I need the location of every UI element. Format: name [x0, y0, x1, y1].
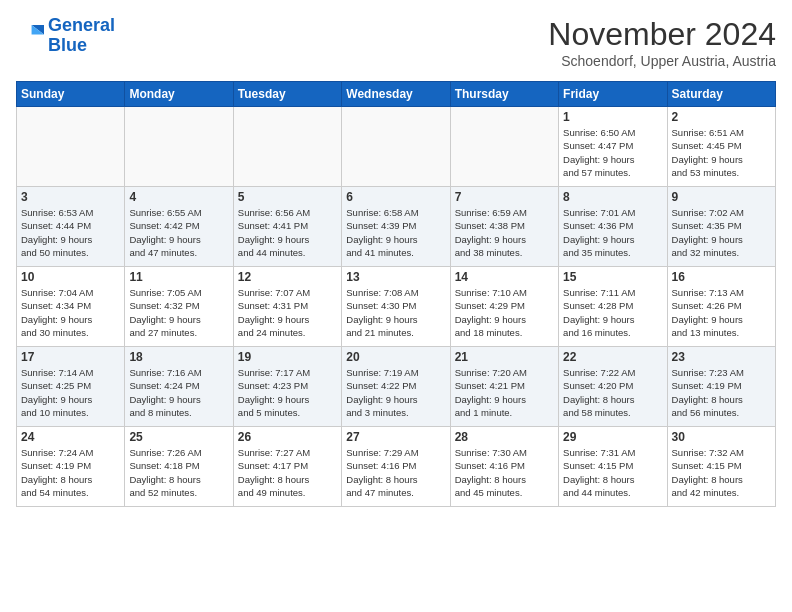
day-info: Sunrise: 7:27 AM Sunset: 4:17 PM Dayligh… [238, 446, 337, 499]
logo-line1: General [48, 15, 115, 35]
day-info: Sunrise: 6:56 AM Sunset: 4:41 PM Dayligh… [238, 206, 337, 259]
day-number: 10 [21, 270, 120, 284]
day-number: 3 [21, 190, 120, 204]
week-row-3: 10Sunrise: 7:04 AM Sunset: 4:34 PM Dayli… [17, 267, 776, 347]
day-cell: 18Sunrise: 7:16 AM Sunset: 4:24 PM Dayli… [125, 347, 233, 427]
weekday-header-friday: Friday [559, 82, 667, 107]
day-number: 22 [563, 350, 662, 364]
day-cell: 9Sunrise: 7:02 AM Sunset: 4:35 PM Daylig… [667, 187, 775, 267]
day-cell: 12Sunrise: 7:07 AM Sunset: 4:31 PM Dayli… [233, 267, 341, 347]
calendar-table: SundayMondayTuesdayWednesdayThursdayFrid… [16, 81, 776, 507]
day-cell: 25Sunrise: 7:26 AM Sunset: 4:18 PM Dayli… [125, 427, 233, 507]
day-cell [233, 107, 341, 187]
day-cell: 21Sunrise: 7:20 AM Sunset: 4:21 PM Dayli… [450, 347, 558, 427]
day-info: Sunrise: 6:53 AM Sunset: 4:44 PM Dayligh… [21, 206, 120, 259]
day-cell: 26Sunrise: 7:27 AM Sunset: 4:17 PM Dayli… [233, 427, 341, 507]
day-info: Sunrise: 7:08 AM Sunset: 4:30 PM Dayligh… [346, 286, 445, 339]
day-number: 25 [129, 430, 228, 444]
day-cell: 15Sunrise: 7:11 AM Sunset: 4:28 PM Dayli… [559, 267, 667, 347]
day-info: Sunrise: 7:29 AM Sunset: 4:16 PM Dayligh… [346, 446, 445, 499]
day-cell: 10Sunrise: 7:04 AM Sunset: 4:34 PM Dayli… [17, 267, 125, 347]
day-number: 4 [129, 190, 228, 204]
day-number: 28 [455, 430, 554, 444]
day-info: Sunrise: 7:17 AM Sunset: 4:23 PM Dayligh… [238, 366, 337, 419]
week-row-1: 1Sunrise: 6:50 AM Sunset: 4:47 PM Daylig… [17, 107, 776, 187]
day-info: Sunrise: 7:16 AM Sunset: 4:24 PM Dayligh… [129, 366, 228, 419]
day-number: 1 [563, 110, 662, 124]
day-cell [125, 107, 233, 187]
week-row-2: 3Sunrise: 6:53 AM Sunset: 4:44 PM Daylig… [17, 187, 776, 267]
day-number: 30 [672, 430, 771, 444]
day-cell: 5Sunrise: 6:56 AM Sunset: 4:41 PM Daylig… [233, 187, 341, 267]
day-info: Sunrise: 6:58 AM Sunset: 4:39 PM Dayligh… [346, 206, 445, 259]
day-cell: 8Sunrise: 7:01 AM Sunset: 4:36 PM Daylig… [559, 187, 667, 267]
day-cell: 4Sunrise: 6:55 AM Sunset: 4:42 PM Daylig… [125, 187, 233, 267]
day-number: 24 [21, 430, 120, 444]
weekday-header-thursday: Thursday [450, 82, 558, 107]
day-cell: 7Sunrise: 6:59 AM Sunset: 4:38 PM Daylig… [450, 187, 558, 267]
day-info: Sunrise: 7:11 AM Sunset: 4:28 PM Dayligh… [563, 286, 662, 339]
weekday-header-saturday: Saturday [667, 82, 775, 107]
logo-line2: Blue [48, 35, 87, 55]
day-info: Sunrise: 7:01 AM Sunset: 4:36 PM Dayligh… [563, 206, 662, 259]
day-cell: 29Sunrise: 7:31 AM Sunset: 4:15 PM Dayli… [559, 427, 667, 507]
day-info: Sunrise: 7:22 AM Sunset: 4:20 PM Dayligh… [563, 366, 662, 419]
day-number: 6 [346, 190, 445, 204]
day-cell: 14Sunrise: 7:10 AM Sunset: 4:29 PM Dayli… [450, 267, 558, 347]
day-info: Sunrise: 6:51 AM Sunset: 4:45 PM Dayligh… [672, 126, 771, 179]
day-number: 15 [563, 270, 662, 284]
day-info: Sunrise: 7:23 AM Sunset: 4:19 PM Dayligh… [672, 366, 771, 419]
day-number: 16 [672, 270, 771, 284]
day-cell: 13Sunrise: 7:08 AM Sunset: 4:30 PM Dayli… [342, 267, 450, 347]
day-number: 8 [563, 190, 662, 204]
day-info: Sunrise: 7:26 AM Sunset: 4:18 PM Dayligh… [129, 446, 228, 499]
page-header: General Blue November 2024 Schoendorf, U… [16, 16, 776, 69]
location-subtitle: Schoendorf, Upper Austria, Austria [548, 53, 776, 69]
day-number: 18 [129, 350, 228, 364]
day-info: Sunrise: 7:13 AM Sunset: 4:26 PM Dayligh… [672, 286, 771, 339]
day-info: Sunrise: 7:32 AM Sunset: 4:15 PM Dayligh… [672, 446, 771, 499]
day-cell: 24Sunrise: 7:24 AM Sunset: 4:19 PM Dayli… [17, 427, 125, 507]
day-info: Sunrise: 7:02 AM Sunset: 4:35 PM Dayligh… [672, 206, 771, 259]
day-info: Sunrise: 7:07 AM Sunset: 4:31 PM Dayligh… [238, 286, 337, 339]
day-cell [450, 107, 558, 187]
day-cell: 30Sunrise: 7:32 AM Sunset: 4:15 PM Dayli… [667, 427, 775, 507]
day-info: Sunrise: 7:20 AM Sunset: 4:21 PM Dayligh… [455, 366, 554, 419]
day-number: 13 [346, 270, 445, 284]
day-cell: 20Sunrise: 7:19 AM Sunset: 4:22 PM Dayli… [342, 347, 450, 427]
day-number: 29 [563, 430, 662, 444]
day-cell: 1Sunrise: 6:50 AM Sunset: 4:47 PM Daylig… [559, 107, 667, 187]
day-number: 21 [455, 350, 554, 364]
day-cell: 6Sunrise: 6:58 AM Sunset: 4:39 PM Daylig… [342, 187, 450, 267]
weekday-header-tuesday: Tuesday [233, 82, 341, 107]
day-number: 12 [238, 270, 337, 284]
day-number: 11 [129, 270, 228, 284]
day-info: Sunrise: 7:14 AM Sunset: 4:25 PM Dayligh… [21, 366, 120, 419]
week-row-4: 17Sunrise: 7:14 AM Sunset: 4:25 PM Dayli… [17, 347, 776, 427]
day-number: 7 [455, 190, 554, 204]
day-info: Sunrise: 7:05 AM Sunset: 4:32 PM Dayligh… [129, 286, 228, 339]
day-cell: 3Sunrise: 6:53 AM Sunset: 4:44 PM Daylig… [17, 187, 125, 267]
weekday-header-monday: Monday [125, 82, 233, 107]
logo-icon [16, 22, 44, 50]
day-cell: 28Sunrise: 7:30 AM Sunset: 4:16 PM Dayli… [450, 427, 558, 507]
weekday-header-wednesday: Wednesday [342, 82, 450, 107]
calendar-header-row: SundayMondayTuesdayWednesdayThursdayFrid… [17, 82, 776, 107]
day-number: 19 [238, 350, 337, 364]
day-number: 27 [346, 430, 445, 444]
day-number: 26 [238, 430, 337, 444]
day-info: Sunrise: 7:31 AM Sunset: 4:15 PM Dayligh… [563, 446, 662, 499]
day-info: Sunrise: 7:30 AM Sunset: 4:16 PM Dayligh… [455, 446, 554, 499]
day-info: Sunrise: 7:24 AM Sunset: 4:19 PM Dayligh… [21, 446, 120, 499]
day-cell [342, 107, 450, 187]
day-info: Sunrise: 6:59 AM Sunset: 4:38 PM Dayligh… [455, 206, 554, 259]
day-cell: 22Sunrise: 7:22 AM Sunset: 4:20 PM Dayli… [559, 347, 667, 427]
weekday-header-sunday: Sunday [17, 82, 125, 107]
day-cell: 11Sunrise: 7:05 AM Sunset: 4:32 PM Dayli… [125, 267, 233, 347]
day-cell: 27Sunrise: 7:29 AM Sunset: 4:16 PM Dayli… [342, 427, 450, 507]
day-number: 9 [672, 190, 771, 204]
day-cell: 2Sunrise: 6:51 AM Sunset: 4:45 PM Daylig… [667, 107, 775, 187]
day-number: 5 [238, 190, 337, 204]
day-number: 20 [346, 350, 445, 364]
day-number: 23 [672, 350, 771, 364]
